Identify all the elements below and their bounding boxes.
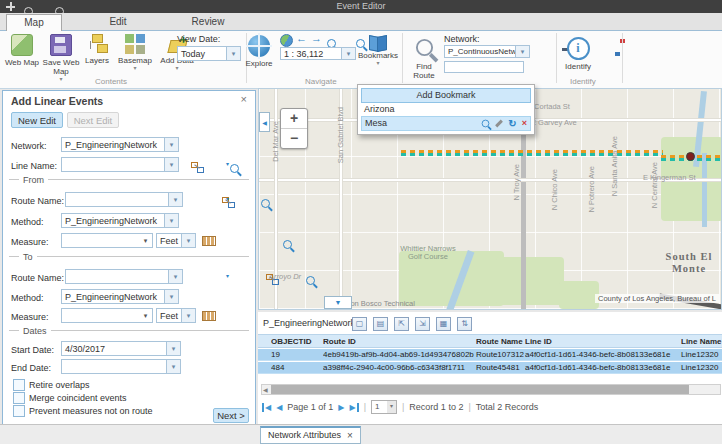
col-route-name[interactable]: Route Name xyxy=(476,335,525,347)
full-extent-icon[interactable] xyxy=(280,34,293,47)
col-objectid[interactable]: OBJECTID xyxy=(271,335,323,347)
bookmark-zoom-icon[interactable] xyxy=(482,120,490,128)
last-page-icon[interactable]: ▶ xyxy=(350,403,359,412)
export-table-icon[interactable]: ▦ xyxy=(436,317,451,331)
panel-close-icon[interactable]: × xyxy=(241,93,247,105)
from-unit-select[interactable]: Feet▾ xyxy=(156,233,196,248)
save-web-map-button[interactable]: Save Web Map ▾ xyxy=(42,34,80,82)
network-field-label: Network: xyxy=(11,141,47,151)
add-bookmark-button[interactable]: Add Bookmark xyxy=(361,88,531,103)
map-zoom-in-button[interactable]: + xyxy=(281,109,307,129)
title-bar: Event Editor xyxy=(0,0,722,13)
previous-extent-icon[interactable]: ← xyxy=(296,32,307,44)
start-date-select[interactable]: 4/30/2017▾ xyxy=(61,341,181,356)
poi-label: Don Bosco Technical xyxy=(345,299,415,308)
street-label: N Chico Ave xyxy=(550,169,559,210)
collapse-table-button[interactable]: ▼ xyxy=(324,296,352,309)
from-method-select[interactable]: P_EngineeringNetwork▾ xyxy=(61,213,179,228)
street-label: N Santa Anita Ave xyxy=(610,136,619,196)
sort-icon[interactable]: ⇅ xyxy=(457,317,472,331)
view-date-arrow-icon: ▾ xyxy=(226,47,240,60)
to-route-name-select[interactable]: ▾ xyxy=(65,269,183,284)
show-table-icon[interactable]: ▤ xyxy=(373,317,388,331)
layers-button[interactable]: Layers xyxy=(80,34,114,65)
prevent-measures-label: Prevent measures not on route xyxy=(29,406,153,416)
collapse-panel-button[interactable]: ◀ xyxy=(259,112,270,132)
table-row[interactable]: 484 a398ff4c-2940-4c00-96b6-c6343f8f1711… xyxy=(258,362,722,374)
line-zoom-icon[interactable] xyxy=(230,164,239,173)
from-measure-tool-icon[interactable] xyxy=(202,236,216,246)
zoom-to-selection-icon[interactable]: ⇱ xyxy=(394,317,409,331)
page-text: Page 1 of 1 xyxy=(287,402,333,412)
scrollbar-thumb[interactable] xyxy=(271,385,689,394)
from-method-label: Method: xyxy=(11,217,44,227)
tab-network-attributes[interactable]: Network Attributes × xyxy=(260,426,361,444)
street-label: E Garvey Ave xyxy=(531,118,577,127)
record-range-text: Record 1 to 2 xyxy=(409,402,463,412)
prevent-measures-checkbox[interactable] xyxy=(13,405,25,417)
to-method-select[interactable]: P_EngineeringNetwork▾ xyxy=(61,289,179,304)
end-date-select[interactable]: ▾ xyxy=(61,359,181,374)
line-name-select[interactable]: ▾ xyxy=(61,157,179,172)
bookmark-refresh-icon[interactable]: ↻ xyxy=(508,119,516,129)
web-map-icon xyxy=(11,34,33,56)
from-measure-zoom-icon[interactable] xyxy=(283,240,292,249)
merge-coincident-checkbox[interactable] xyxy=(13,392,25,404)
next-button[interactable]: Next > xyxy=(213,408,249,423)
bottom-tab-bar: Network Attributes × xyxy=(0,424,722,444)
prev-page-icon[interactable]: ◀ xyxy=(276,403,282,412)
tab-close-icon[interactable]: × xyxy=(347,428,353,443)
map-zoom-out-button[interactable]: − xyxy=(281,129,307,148)
ribbon-tabs: Map Edit Review xyxy=(0,13,722,31)
contents-group-label: Contents xyxy=(95,77,127,86)
to-select-route-icon[interactable] xyxy=(266,274,279,285)
tab-review[interactable]: Review xyxy=(176,14,240,30)
from-route-zoom-icon[interactable] xyxy=(261,199,270,208)
view-date-select[interactable]: Today ▾ xyxy=(177,46,241,61)
network-select[interactable]: P_ContinuousNetwork ▾ xyxy=(444,45,530,58)
line-zoom-arrow-icon[interactable]: ▾ xyxy=(226,161,229,167)
to-unit-select[interactable]: Feet▾ xyxy=(156,308,196,323)
web-map-button[interactable]: Web Map xyxy=(4,34,40,67)
bookmarks-icon xyxy=(369,35,387,50)
select-line-icon[interactable] xyxy=(191,162,204,173)
panel-network-select[interactable]: P_EngineeringNetwork ▾ xyxy=(61,137,179,152)
next-page-icon[interactable]: ▶ xyxy=(338,403,344,412)
first-page-icon[interactable]: ◀ xyxy=(262,403,271,412)
table-row[interactable]: 19 4eb9419b-af9b-4d04-ab69-1d493476802b … xyxy=(258,349,722,361)
col-line-name[interactable]: Line Name xyxy=(681,335,722,347)
horizontal-scrollbar[interactable]: ◀ xyxy=(261,384,721,395)
table-header-row: OBJECTID Route ID Route Name Line ID Lin… xyxy=(258,334,722,348)
explore-button[interactable]: Explore xyxy=(244,35,274,68)
find-route-button[interactable]: Find Route xyxy=(406,37,442,80)
add-data-dropdown-arrow-icon: ▾ xyxy=(175,65,178,71)
col-line-id[interactable]: Line ID xyxy=(525,335,681,347)
basemap-button[interactable]: Basemap ▾ xyxy=(114,34,156,71)
identify-button[interactable]: i Identify xyxy=(562,37,594,71)
from-route-name-select[interactable]: ▾ xyxy=(65,192,183,207)
page-select[interactable]: 1 ▾ xyxy=(371,400,397,414)
next-edit-button[interactable]: Next Edit xyxy=(67,112,119,128)
bookmark-delete-icon[interactable]: × xyxy=(522,117,527,130)
network-label: Network: xyxy=(444,34,480,44)
scale-select[interactable]: 1 : 36,112 ▾ xyxy=(280,47,356,60)
find-route-input[interactable] xyxy=(444,61,524,73)
to-measure-input[interactable]: ▾ xyxy=(61,308,153,323)
bookmark-item-mesa[interactable]: Mesa ↻ × xyxy=(361,116,531,131)
bookmark-item-arizona[interactable]: Arizona xyxy=(361,103,531,116)
bookmark-edit-icon[interactable] xyxy=(495,120,503,128)
retire-overlaps-checkbox[interactable] xyxy=(13,379,25,391)
golf-course-label: Whittier Narrows Golf Course xyxy=(399,245,457,261)
tab-map[interactable]: Map xyxy=(6,14,62,32)
clear-selection-icon[interactable]: ⇲ xyxy=(415,317,430,331)
bookmarks-button[interactable]: Bookmarks ▾ xyxy=(356,35,400,66)
navigate-group-label: Navigate xyxy=(305,77,337,86)
next-extent-icon[interactable]: → xyxy=(311,32,322,44)
to-route-zoom-icon[interactable] xyxy=(306,276,315,285)
to-measure-tool-icon[interactable] xyxy=(202,311,216,321)
from-measure-input[interactable]: ▾ xyxy=(61,233,153,248)
tab-edit[interactable]: Edit xyxy=(90,14,146,30)
select-records-icon[interactable]: ▢ xyxy=(352,317,367,331)
new-edit-button[interactable]: New Edit xyxy=(11,112,63,128)
col-route-id[interactable]: Route ID xyxy=(323,335,476,347)
